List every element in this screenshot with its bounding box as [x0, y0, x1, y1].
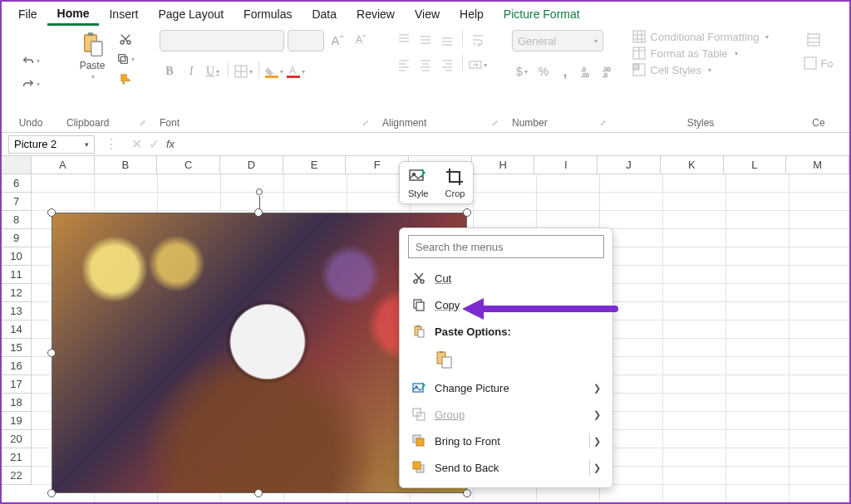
font-name-combo[interactable] — [160, 30, 284, 51]
crop-button[interactable]: Crop — [440, 165, 470, 200]
fx-icon[interactable]: fx — [166, 138, 175, 150]
comma-style-button[interactable]: , — [555, 61, 575, 81]
row-header[interactable]: 8 — [2, 211, 32, 229]
menu-formulas[interactable]: Formulas — [234, 4, 302, 24]
menu-file[interactable]: File — [8, 4, 47, 24]
row-header[interactable]: 9 — [2, 229, 32, 247]
resize-handle-bm[interactable] — [254, 489, 263, 497]
row-header[interactable]: 16 — [2, 357, 32, 375]
alignment-dialog-launcher[interactable]: ⤢ — [492, 119, 499, 127]
col-header[interactable]: H — [472, 156, 535, 174]
wrap-text-button[interactable] — [468, 30, 488, 50]
align-middle-button[interactable] — [416, 30, 435, 50]
undo-button[interactable]: ▾ — [19, 52, 42, 71]
menu-review[interactable]: Review — [347, 4, 405, 24]
percent-button[interactable]: % — [534, 61, 553, 81]
row-header[interactable]: 19 — [2, 412, 32, 430]
cell-styles-button[interactable]: Cell Styles▾ — [632, 63, 711, 76]
italic-button[interactable]: I — [181, 61, 201, 81]
row-header[interactable]: 12 — [2, 284, 32, 302]
context-search-input[interactable] — [408, 235, 604, 258]
rotate-handle[interactable] — [256, 188, 263, 195]
row-header[interactable]: 6 — [2, 174, 32, 193]
enter-formula-icon[interactable]: ✓ — [149, 136, 160, 152]
context-send-to-back[interactable]: Send to Back ❯ — [400, 454, 612, 481]
context-bring-to-front[interactable]: Bring to Front ❯ — [400, 428, 612, 454]
copy-button[interactable]: ▾ — [114, 50, 137, 68]
clipboard-dialog-launcher[interactable]: ⤢ — [140, 119, 146, 127]
number-format-combo[interactable]: General▾ — [512, 30, 603, 51]
accounting-format-button[interactable]: $▾ — [512, 61, 532, 81]
align-left-button[interactable] — [394, 55, 414, 75]
picture-style-button[interactable]: Style — [403, 165, 433, 200]
align-bottom-button[interactable] — [437, 30, 457, 50]
col-header[interactable]: D — [220, 156, 283, 174]
resize-handle-bl[interactable] — [47, 489, 56, 497]
increase-font-icon[interactable]: Aˆ — [327, 30, 347, 50]
increase-decimal-button[interactable]: .0.00 — [577, 61, 597, 81]
underline-button[interactable]: U▾ — [203, 61, 223, 81]
row-header[interactable]: 11 — [2, 266, 32, 284]
name-box[interactable]: Picture 2▾ — [8, 135, 95, 154]
menu-bar: File Home Insert Page Layout Formulas Da… — [2, 2, 849, 27]
row-header[interactable]: 15 — [2, 339, 32, 357]
row-header[interactable]: 18 — [2, 394, 32, 412]
resize-handle-tl[interactable] — [47, 208, 56, 217]
col-header[interactable]: C — [157, 156, 220, 174]
font-color-button[interactable]: A▾ — [286, 61, 306, 81]
row-header[interactable]: 10 — [2, 247, 32, 266]
row-header[interactable]: 22 — [2, 467, 32, 485]
redo-button[interactable]: ▾ — [19, 76, 42, 94]
borders-button[interactable]: ▾ — [234, 61, 253, 81]
resize-handle-tr[interactable] — [463, 208, 471, 217]
formula-input[interactable] — [181, 135, 849, 154]
align-top-button[interactable] — [394, 30, 414, 50]
conditional-formatting-button[interactable]: Conditional Formatting▾ — [632, 30, 770, 43]
row-header[interactable]: 13 — [2, 302, 32, 321]
menu-picture-format[interactable]: Picture Format — [494, 4, 590, 24]
context-group: Group ❯ — [400, 401, 612, 428]
menu-help[interactable]: Help — [450, 4, 494, 24]
menu-page-layout[interactable]: Page Layout — [148, 4, 234, 24]
row-header[interactable]: 20 — [2, 430, 32, 448]
menu-insert[interactable]: Insert — [99, 4, 148, 24]
select-all-corner[interactable] — [2, 156, 32, 174]
row-header[interactable]: 14 — [2, 321, 32, 339]
menu-data[interactable]: Data — [302, 4, 347, 24]
align-center-button[interactable] — [416, 55, 435, 75]
resize-handle-tm[interactable] — [254, 208, 263, 217]
fill-color-button[interactable]: ▾ — [264, 61, 284, 81]
number-dialog-launcher[interactable]: ⤢ — [600, 119, 607, 127]
row-header[interactable]: 21 — [2, 448, 32, 467]
resize-handle-ml[interactable] — [47, 349, 56, 357]
paste-button[interactable]: Paste▾ — [76, 30, 109, 82]
decrease-font-icon[interactable]: Aˇ — [351, 30, 371, 50]
col-header[interactable]: M — [786, 156, 849, 174]
merge-center-button[interactable]: ▾ — [468, 55, 488, 75]
format-cells-button[interactable]: Fo — [804, 56, 833, 70]
col-header[interactable]: L — [724, 156, 787, 174]
col-header[interactable]: J — [598, 156, 661, 174]
context-change-picture[interactable]: Change Picture ❯ — [400, 374, 612, 401]
cut-button[interactable] — [114, 30, 137, 48]
menu-home[interactable]: Home — [47, 3, 100, 26]
col-header[interactable]: I — [534, 156, 598, 174]
cancel-formula-icon[interactable]: ✕ — [131, 136, 142, 152]
row-header[interactable]: 17 — [2, 375, 32, 394]
col-header[interactable]: B — [95, 156, 158, 174]
align-right-button[interactable] — [437, 55, 457, 75]
font-size-combo[interactable] — [288, 30, 324, 51]
format-as-table-button[interactable]: Format as Table▾ — [632, 46, 738, 60]
col-header[interactable]: E — [283, 156, 347, 174]
row-header[interactable]: 7 — [2, 193, 32, 211]
font-dialog-launcher[interactable]: ⤢ — [362, 119, 369, 127]
resize-handle-br[interactable] — [463, 489, 471, 497]
format-painter-button[interactable] — [114, 70, 137, 88]
col-header[interactable]: A — [32, 156, 95, 174]
bold-button[interactable]: B — [160, 61, 180, 81]
col-header[interactable]: K — [661, 156, 724, 174]
insert-cells-button[interactable] — [804, 30, 824, 50]
menu-view[interactable]: View — [405, 4, 450, 24]
context-paste-option-default[interactable] — [400, 345, 612, 374]
context-cut[interactable]: Cut — [400, 265, 612, 291]
